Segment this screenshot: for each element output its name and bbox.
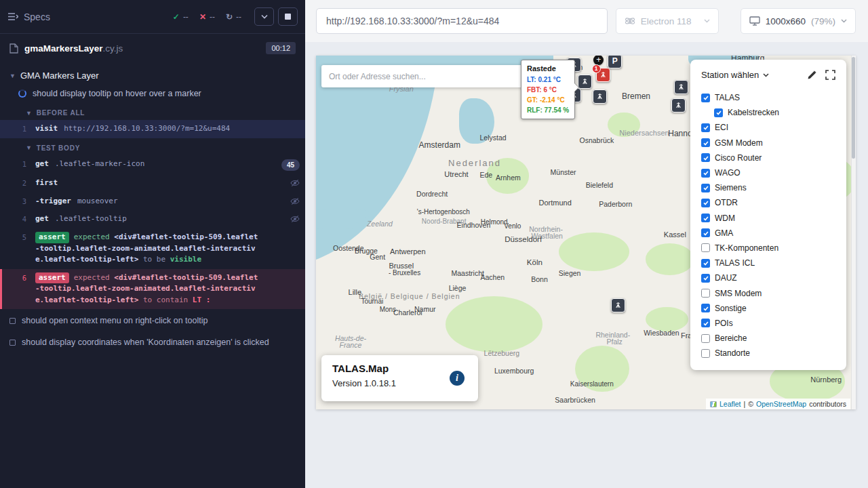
checkbox-checked[interactable] — [701, 169, 710, 178]
layer-checkbox-row[interactable]: GSM Modem — [701, 136, 835, 150]
checkbox-checked[interactable] — [701, 184, 710, 192]
checkbox-checked[interactable] — [701, 319, 710, 327]
browser-selector[interactable]: Electron 118 — [616, 8, 719, 34]
viewport-selector[interactable]: 1000x660 (79%) — [741, 8, 856, 34]
command-number: 1 — [0, 123, 35, 135]
layer-checkbox-row[interactable]: Sonstige — [701, 301, 835, 316]
tooltip-value-row: FBT: 6 °C — [527, 85, 569, 95]
layer-label: SMS Modem — [715, 289, 762, 298]
map-place-label: Arnhem — [496, 174, 521, 182]
pending-test-row[interactable]: should display coordinates when 'Koordin… — [0, 332, 305, 352]
checkbox-checked[interactable] — [701, 138, 710, 147]
osm-link[interactable]: OpenStreetMap — [756, 400, 806, 408]
station-marker-alarm[interactable]: 1 — [596, 68, 610, 82]
fullscreen-expand-icon[interactable] — [825, 70, 835, 80]
pending-test-row[interactable]: should open context menu on right-click … — [0, 310, 305, 331]
suite-row[interactable]: ▼ GMA Markers Layer — [0, 66, 305, 85]
map-search-control — [321, 65, 526, 87]
leaflet-link[interactable]: Leaflet — [719, 400, 741, 408]
layer-checkbox-row[interactable]: GMA — [701, 226, 835, 241]
layer-checkbox-row[interactable]: TALAS ICL — [701, 256, 835, 270]
station-marker[interactable] — [674, 80, 688, 94]
command-row[interactable]: 6assertexpected <div#leaflet-tooltip-509… — [0, 269, 305, 310]
checkbox-unchecked[interactable] — [701, 243, 710, 252]
layer-checkbox-row[interactable]: POIs — [701, 316, 835, 331]
checkbox-checked[interactable] — [701, 214, 710, 222]
station-marker[interactable] — [611, 298, 625, 312]
checkbox-checked[interactable] — [701, 259, 710, 268]
stop-button[interactable] — [279, 8, 297, 25]
checkbox-checked[interactable] — [701, 94, 710, 102]
tooltip-title: Rastede — [527, 63, 569, 75]
command-body: -triggermouseover — [35, 196, 260, 207]
scrollbar-thumb[interactable] — [852, 57, 855, 159]
leaflet-map[interactable]: FryslânGroningenAmsterdamLelystadNederla… — [316, 56, 856, 409]
map-place-label: Nederland — [448, 158, 501, 168]
layer-checkbox-row[interactable]: Siemens — [701, 180, 835, 195]
command-row[interactable]: 5assertexpected <div#leaflet-tooltip-509… — [0, 228, 305, 269]
map-place-label: Wiesbaden — [644, 329, 679, 337]
layer-checkbox-row[interactable]: Bereiche — [701, 331, 835, 346]
browser-label: Electron 118 — [641, 16, 692, 26]
layer-checkbox-row[interactable]: ECI — [701, 120, 835, 135]
info-icon[interactable]: i — [450, 371, 465, 386]
checkbox-checked[interactable] — [701, 228, 710, 237]
caret-down-icon: ▼ — [26, 144, 33, 151]
layer-checkbox-row[interactable]: Kabelstrecken — [714, 105, 835, 120]
checkbox-unchecked[interactable] — [701, 349, 710, 358]
checkbox-unchecked[interactable] — [701, 334, 710, 343]
layer-checkbox-row[interactable]: WDM — [701, 211, 835, 226]
map-place-label: France — [340, 341, 362, 349]
checkbox-checked[interactable] — [714, 108, 723, 117]
layer-checkbox-row[interactable]: SMS Modem — [701, 285, 835, 300]
layer-checkbox-row[interactable]: Cisco Router — [701, 150, 835, 165]
command-row[interactable]: 1visithttp://192.168.10.33:3000/?m=12&u=… — [0, 120, 305, 138]
suite-title: GMA Markers Layer — [20, 70, 99, 81]
layer-checkbox-row[interactable]: TALAS — [701, 90, 835, 105]
checkbox-checked[interactable] — [701, 274, 710, 283]
checkbox-checked[interactable] — [701, 153, 710, 162]
map-place-label: Amsterdam — [419, 140, 460, 150]
map-place-label: Düsseldorf — [505, 235, 542, 243]
layer-checkbox-row[interactable]: OTDR — [701, 195, 835, 210]
command-name: visit — [35, 124, 58, 133]
command-row[interactable]: 1get.leaflet-marker-icon45 — [0, 155, 305, 174]
layer-label: OTDR — [715, 198, 738, 207]
url-bar[interactable]: http://192.168.10.33:3000/?m=12&u=484 — [316, 8, 608, 34]
checkbox-checked[interactable] — [701, 199, 710, 207]
layer-checkbox-row[interactable]: TK-Komponenten — [701, 241, 835, 256]
cluster-expand-button[interactable]: + — [593, 56, 604, 65]
checkbox-checked[interactable] — [701, 123, 710, 132]
command-row[interactable]: 4get.leaflet-tooltip — [0, 210, 305, 228]
search-input[interactable] — [329, 72, 519, 81]
station-select[interactable]: Station wählen — [701, 70, 769, 80]
command-row[interactable]: 3-triggermouseover — [0, 192, 305, 211]
marker-tooltip[interactable]: Rastede LT: 0.21 °CFBT: 6 °CGT: -2.14 °C… — [521, 60, 575, 119]
layer-checkbox-row[interactable]: Standorte — [701, 346, 835, 361]
checkbox-unchecked[interactable] — [701, 289, 710, 298]
stat-pending: ↻-- — [226, 12, 241, 22]
layer-label: GMA — [715, 228, 733, 238]
aut-scrollbar[interactable] — [851, 56, 856, 409]
map-forest — [559, 232, 629, 271]
chevron-down-icon — [261, 14, 268, 19]
command-row[interactable]: 2first — [0, 174, 305, 192]
parking-marker[interactable]: P — [608, 56, 622, 68]
layer-checkbox-row[interactable]: WAGO — [701, 165, 835, 180]
station-marker[interactable] — [578, 75, 592, 89]
edit-pencil-icon[interactable] — [807, 70, 817, 80]
layer-checkbox-row[interactable]: DAUZ — [701, 270, 835, 285]
station-marker[interactable] — [671, 98, 686, 113]
command-number: 6 — [2, 272, 35, 284]
specs-menu-button[interactable]: Specs — [8, 12, 50, 22]
assert-pill: assert — [35, 272, 69, 284]
station-marker[interactable] — [593, 89, 607, 104]
before-all-section[interactable]: ▼ BEFORE ALL — [0, 103, 305, 120]
command-body: assertexpected <div#leaflet-tooltip-509.… — [35, 232, 260, 266]
viewport-size: 1000x660 — [766, 16, 806, 26]
checkbox-checked[interactable] — [701, 304, 710, 312]
map-place-label: Siegen — [559, 269, 581, 277]
collapse-all-button[interactable] — [255, 8, 273, 25]
active-test-row[interactable]: should display tooltip on hover over a m… — [0, 85, 305, 103]
test-body-section[interactable]: ▼ TEST BODY — [0, 138, 305, 155]
